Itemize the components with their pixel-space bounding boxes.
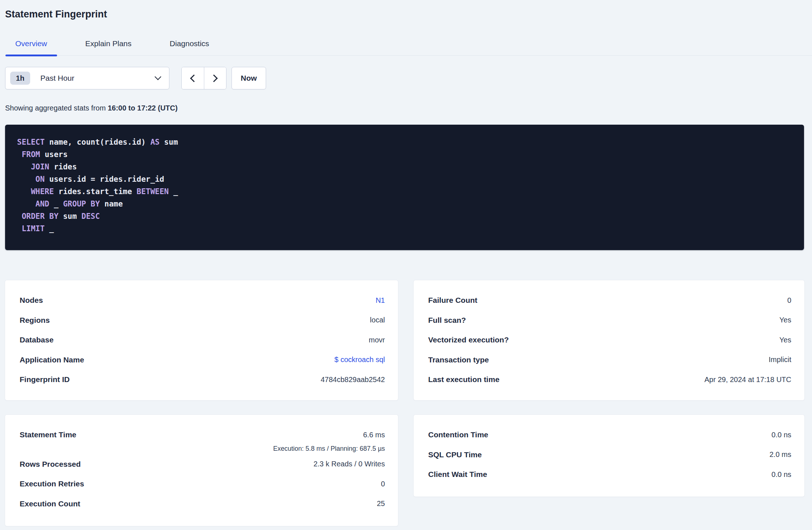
chevron-down-icon	[154, 73, 161, 80]
detail-row: Application Name $ cockroach sql	[20, 350, 385, 370]
card-timing-stats: Statement Time 6.6 ms Execution: 5.8 ms …	[5, 415, 398, 526]
detail-value: 25	[377, 499, 385, 508]
detail-label: SQL CPU Time	[428, 450, 482, 459]
detail-row: Execution Retries 0	[20, 474, 385, 494]
detail-row: SQL CPU Time 2.0 ms	[428, 445, 791, 465]
page-title: Statement Fingerprint	[5, 7, 804, 21]
detail-row: Rows Processed 2.3 k Reads / 0 Writes	[20, 454, 385, 474]
detail-label: Client Wait Time	[428, 470, 487, 479]
timing-item: Execution Retries 0	[20, 474, 385, 494]
detail-row: Regions local	[20, 310, 385, 330]
stats-caption: Showing aggregated stats from 16:00 to 1…	[5, 104, 804, 112]
time-nav-buttons	[181, 67, 226, 89]
detail-label: Transaction type	[428, 356, 489, 364]
detail-value: 2.0 ms	[769, 450, 791, 459]
detail-value[interactable]: N1	[375, 296, 385, 305]
tab-label: Overview	[15, 39, 47, 48]
timing-item: Statement Time 6.6 ms Execution: 5.8 ms …	[20, 425, 385, 454]
sql-line: ON users.id = rides.rider_id	[17, 173, 792, 185]
summary-cards: Nodes N1 Regions local Database movr App…	[5, 280, 804, 526]
sql-line: ORDER BY sum DESC	[17, 210, 792, 222]
detail-value: 0	[381, 480, 385, 488]
detail-row: Contention Time 0.0 ns	[428, 425, 791, 445]
detail-value: 2.3 k Reads / 0 Writes	[314, 460, 385, 468]
sql-line: WHERE rides.start_time BETWEEN _	[17, 185, 792, 198]
card-execution-attributes: Failure Count 0 Full scan? Yes Vectorize…	[414, 280, 804, 400]
detail-label: Last execution time	[428, 375, 499, 384]
detail-value: Yes	[779, 316, 791, 324]
time-range-badge: 1h	[10, 72, 30, 85]
sql-code: SELECT name, count(rides.id) AS sum FROM…	[17, 136, 792, 235]
detail-value: 0	[787, 296, 791, 305]
detail-sub-value: Execution: 5.8 ms / Planning: 687.5 µs	[20, 445, 385, 454]
tab-bar: Overview Explain Plans Diagnostics	[5, 36, 812, 56]
stats-caption-range: 16:00 to 17:22 (UTC)	[108, 104, 177, 112]
card-statement-details: Nodes N1 Regions local Database movr App…	[5, 280, 398, 400]
detail-row: Client Wait Time 0.0 ns	[428, 465, 791, 485]
detail-value: 4784cb829aab2542	[321, 376, 385, 384]
detail-value: 0.0 ns	[772, 470, 791, 479]
detail-row: Fingerprint ID 4784cb829aab2542	[20, 370, 385, 390]
sql-statement-box: SELECT name, count(rides.id) AS sum FROM…	[5, 125, 804, 250]
detail-value: 6.6 ms	[363, 431, 385, 439]
detail-row: Failure Count 0	[428, 290, 791, 310]
detail-row: Statement Time 6.6 ms	[20, 425, 385, 445]
detail-label: Execution Retries	[20, 479, 84, 488]
card-wait-times: Contention Time 0.0 ns SQL CPU Time 2.0 …	[414, 415, 804, 497]
detail-value[interactable]: $ cockroach sql	[334, 356, 385, 364]
detail-value: Implicit	[769, 356, 791, 364]
timing-item: Client Wait Time 0.0 ns	[428, 465, 791, 485]
detail-label: Full scan?	[428, 316, 466, 325]
tab[interactable]: Diagnostics	[160, 36, 220, 55]
detail-label: Nodes	[20, 296, 43, 305]
timing-item: SQL CPU Time 2.0 ms	[428, 445, 791, 465]
detail-label: Rows Processed	[20, 460, 81, 469]
tab[interactable]: Explain Plans	[75, 36, 142, 55]
detail-row: Full scan? Yes	[428, 310, 791, 330]
sql-line: JOIN rides	[17, 161, 792, 173]
previous-interval-button[interactable]	[182, 67, 204, 89]
time-range-label: Past Hour	[40, 74, 74, 83]
detail-value: local	[370, 316, 385, 324]
chevron-left-icon	[190, 74, 198, 82]
tab[interactable]: Overview	[5, 36, 57, 55]
tab-label: Diagnostics	[170, 39, 209, 48]
detail-label: Vectorized execution?	[428, 336, 509, 344]
detail-label: Database	[20, 336, 53, 344]
timing-item: Execution Count 25	[20, 494, 385, 514]
detail-row: Vectorized execution? Yes	[428, 330, 791, 350]
timing-item: Contention Time 0.0 ns	[428, 425, 791, 445]
detail-label: Fingerprint ID	[20, 375, 70, 384]
detail-label: Contention Time	[428, 430, 488, 439]
statement-fingerprint-page: Statement Fingerprint Overview Explain P…	[0, 0, 812, 530]
sql-line: SELECT name, count(rides.id) AS sum	[17, 136, 792, 148]
sql-line: FROM users	[17, 148, 792, 161]
detail-row: Nodes N1	[20, 290, 385, 310]
detail-label: Application Name	[20, 356, 84, 364]
detail-row: Last execution time Apr 29, 2024 at 17:1…	[428, 370, 791, 390]
detail-row: Execution Count 25	[20, 494, 385, 514]
detail-label: Execution Count	[20, 499, 80, 508]
detail-label: Failure Count	[428, 296, 477, 305]
detail-value: Yes	[779, 336, 791, 344]
next-interval-button[interactable]	[204, 67, 226, 89]
time-controls: 1h Past Hour Now	[5, 67, 804, 89]
detail-label: Statement Time	[20, 430, 76, 439]
now-button[interactable]: Now	[232, 67, 266, 89]
detail-value: 0.0 ns	[772, 431, 791, 439]
stats-caption-prefix: Showing aggregated stats from	[5, 104, 108, 112]
detail-value: movr	[369, 336, 385, 344]
detail-row: Transaction type Implicit	[428, 350, 791, 370]
chevron-right-icon	[210, 74, 218, 82]
time-range-select[interactable]: 1h Past Hour	[5, 67, 169, 89]
detail-value: Apr 29, 2024 at 17:18 UTC	[704, 376, 791, 384]
sql-line: AND _ GROUP BY name	[17, 198, 792, 210]
sql-line: LIMIT _	[17, 222, 792, 235]
detail-label: Regions	[20, 316, 50, 325]
tab-label: Explain Plans	[85, 39, 132, 48]
detail-row: Database movr	[20, 330, 385, 350]
timing-item: Rows Processed 2.3 k Reads / 0 Writes	[20, 454, 385, 474]
